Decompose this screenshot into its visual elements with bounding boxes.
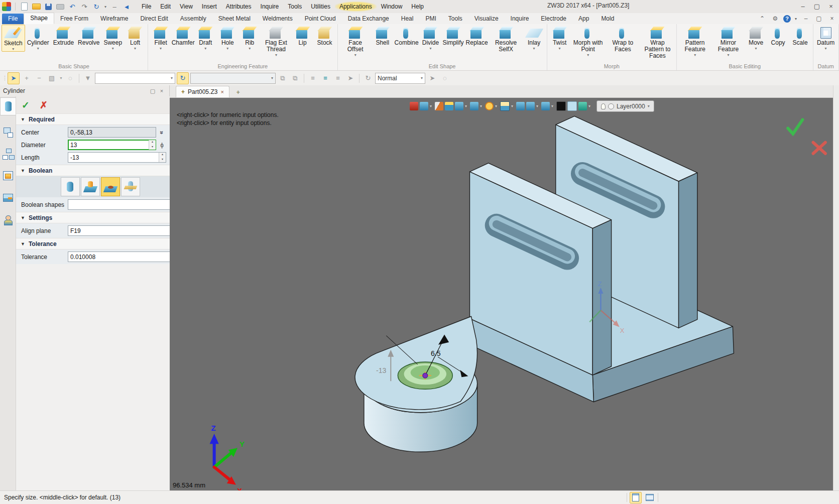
ribbon-button-simplify[interactable]: Simplify <box>441 25 464 46</box>
panel-restore-icon[interactable]: ▢ <box>148 88 157 94</box>
section-required[interactable]: ▼ Required <box>16 113 185 125</box>
undo-icon[interactable]: ↶ <box>67 2 78 12</box>
section-view-icon[interactable] <box>526 102 535 110</box>
panel-close-icon[interactable]: × <box>157 88 166 94</box>
menu-insert[interactable]: Insert <box>197 2 221 12</box>
new-file-icon[interactable] <box>19 2 30 12</box>
view-plane-icon[interactable] <box>420 102 428 110</box>
ribbon-button-extrude[interactable]: Extrude <box>51 25 76 46</box>
restore-button[interactable]: ▢ <box>810 0 824 12</box>
section-boolean[interactable]: ▼ Boolean <box>16 165 185 176</box>
help-icon[interactable]: ? <box>783 15 791 23</box>
ribbon-button-divide[interactable]: Divide ▾ <box>419 25 441 51</box>
view-orient-button[interactable]: ↻ <box>177 72 189 84</box>
ribbon-button-wrap-pattern-to-faces[interactable]: Wrap Pattern to Faces <box>640 25 675 59</box>
doc-close-icon[interactable]: × <box>827 15 837 22</box>
view-wheel-icon[interactable] <box>485 102 494 110</box>
chevron-down-icon[interactable]: ▾ <box>480 104 484 108</box>
window-select-caret-icon[interactable]: ▾ <box>59 73 63 84</box>
chevron-down-icon[interactable]: ▾ <box>465 104 468 108</box>
ribbon-button-flag-ext-thread[interactable]: Flag Ext Thread ▾ <box>261 25 291 57</box>
tab-app[interactable]: App <box>572 14 595 24</box>
filter-icon[interactable]: ▼ <box>82 73 93 84</box>
pick-remove-icon[interactable]: − <box>34 73 45 84</box>
ribbon-button-mirror-feature[interactable]: Mirror Feature ▾ <box>711 25 745 57</box>
exit-sketch-icon[interactable] <box>410 102 418 110</box>
menu-view[interactable]: View <box>175 2 197 12</box>
ribbon-button-fillet[interactable]: Fillet ▾ <box>150 25 172 51</box>
help-dropdown-icon[interactable]: ▾ <box>794 17 798 21</box>
tab-shape[interactable]: Shape <box>24 13 54 24</box>
ribbon-button-chamfer[interactable]: Chamfer <box>172 25 194 46</box>
doc-minimize-icon[interactable]: – <box>801 15 811 22</box>
shape-tab-icon[interactable] <box>0 97 16 115</box>
ribbon-button-replace[interactable]: Replace <box>465 25 489 46</box>
viewport[interactable]: 6.5 -13 Z X <box>170 98 839 491</box>
zoom-window-icon[interactable] <box>500 101 510 111</box>
open-file-icon[interactable] <box>31 2 42 12</box>
menu-utilities[interactable]: Utilities <box>306 2 335 12</box>
ribbon-button-inlay[interactable]: Inlay ▾ <box>523 25 545 51</box>
section-tolerance[interactable]: ▼ Tolerance <box>16 238 185 249</box>
tab-assembly[interactable]: Assembly <box>174 14 212 24</box>
ribbon-button-lip[interactable]: Lip <box>292 25 314 46</box>
settings-gear-icon[interactable]: ⚙ <box>770 15 780 22</box>
ribbon-button-combine[interactable]: Combine <box>394 25 420 46</box>
edge-color-swatch[interactable] <box>556 101 566 111</box>
tab-visualize[interactable]: Visualize <box>468 14 505 24</box>
boolean-remove-button[interactable] <box>101 177 120 196</box>
length-input[interactable] <box>68 152 166 163</box>
view-combobox[interactable]: ▾ <box>190 73 276 84</box>
lasso-select-button[interactable]: ◌ <box>65 73 76 84</box>
layer-selector[interactable]: Layer0000 ▾ <box>596 100 654 112</box>
chevron-down-icon[interactable]: ▾ <box>551 104 555 108</box>
center-input[interactable] <box>68 127 156 138</box>
chevron-down-icon[interactable]: ▾ <box>588 104 592 108</box>
display-mode-icon[interactable]: ↻ <box>363 73 374 84</box>
diameter-input[interactable] <box>68 140 156 150</box>
ribbon-button-morph-with-point[interactable]: Morph with Point ▾ <box>571 25 606 57</box>
chevron-down-icon[interactable]: ▾ <box>430 104 433 108</box>
ribbon-button-hole[interactable]: Hole ▾ <box>216 25 238 51</box>
menu-window[interactable]: Window <box>377 2 407 12</box>
expand-chevrons-icon[interactable]: » <box>158 129 166 136</box>
menu-help[interactable]: Help <box>407 2 428 12</box>
role-manager-icon[interactable] <box>3 215 14 226</box>
tab-close-icon[interactable]: × <box>220 89 223 95</box>
diameter-spinner[interactable]: ▴▾ <box>149 140 156 150</box>
label-cube-icon[interactable] <box>470 102 478 110</box>
menu-applications[interactable]: Applications <box>335 2 377 12</box>
image-manager-icon[interactable] <box>3 193 14 204</box>
length-spinner[interactable]: ▴▾ <box>159 153 166 162</box>
redo-icon[interactable]: ↷ <box>79 2 90 12</box>
ribbon-button-cylinder[interactable]: Cylinder ▾ <box>25 25 51 51</box>
tab-point-cloud[interactable]: Point Cloud <box>299 14 342 24</box>
ribbon-button-shell[interactable]: Shell <box>372 25 394 46</box>
ribbon-button-datum[interactable]: Datum ▾ <box>815 25 837 51</box>
document-tab-part005[interactable]: + Part005.Z3 × <box>176 86 229 97</box>
ribbon-button-revolve[interactable]: Revolve <box>76 25 101 46</box>
print-icon[interactable] <box>55 2 66 12</box>
render-monitor-icon[interactable] <box>541 102 550 110</box>
pick-box-icon[interactable] <box>516 102 525 110</box>
tab-direct-edit[interactable]: Direct Edit <box>134 14 174 24</box>
pick-add-icon[interactable]: + <box>21 73 32 84</box>
chevron-down-icon[interactable]: ▾ <box>511 104 515 108</box>
feature-list-icon[interactable]: ≡ <box>320 73 331 84</box>
ok-button[interactable]: ✓ <box>18 98 33 112</box>
tab-sheet-metal[interactable]: Sheet Metal <box>212 14 257 24</box>
boolean-add-button[interactable] <box>81 177 100 196</box>
tab-mold[interactable]: Mold <box>595 14 620 24</box>
history-manager-icon[interactable] <box>3 127 14 138</box>
chevron-down-icon[interactable]: ▾ <box>495 104 499 108</box>
toolbar-grip[interactable]: ⋮⋮ <box>2 75 6 81</box>
menu-attributes[interactable]: Attributes <box>221 2 256 12</box>
doc-restore-icon[interactable]: ▢ <box>814 15 824 22</box>
boolean-shapes-input[interactable] <box>68 199 172 210</box>
sort-list-icon[interactable]: ≡ <box>332 73 343 84</box>
new-tab-button[interactable]: + <box>236 89 240 97</box>
probe-pick-icon[interactable] <box>435 102 443 110</box>
ribbon-collapse-icon[interactable]: ⌃ <box>757 15 767 22</box>
align-plane-input[interactable] <box>68 225 172 236</box>
pick-cursor-icon[interactable]: ➤ <box>345 73 356 84</box>
